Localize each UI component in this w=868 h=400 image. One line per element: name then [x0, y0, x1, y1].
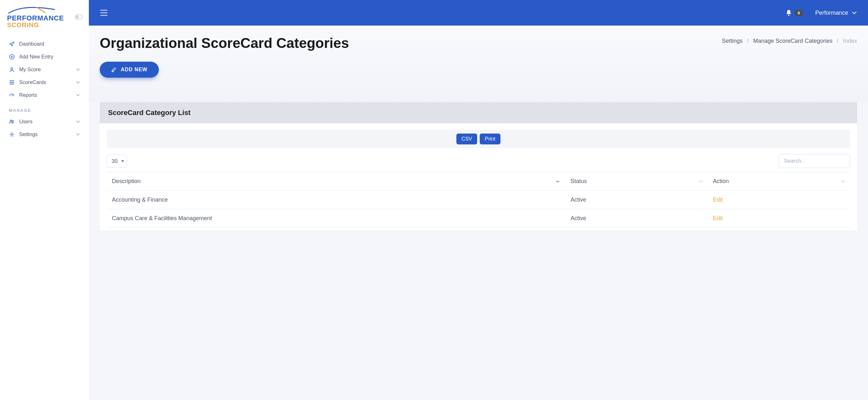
- table-row: Campus Care & Facilities ManagementActiv…: [107, 209, 850, 228]
- sort-icon: [698, 179, 704, 184]
- svg-point-3: [11, 68, 13, 70]
- svg-point-1: [76, 16, 79, 19]
- breadcrumb-separator: /: [747, 38, 749, 44]
- table-row: Accounting & FinanceActiveEdit: [107, 191, 850, 209]
- chevron-down-icon: [76, 94, 80, 96]
- logo: PERFORMANCE SCORING: [7, 6, 65, 28]
- add-new-button[interactable]: ADD NEW: [100, 62, 159, 78]
- cell-action: Edit: [708, 191, 850, 209]
- topbar: 0 Performance: [89, 0, 868, 26]
- breadcrumb: Settings / Manage ScoreCard Categories /…: [722, 38, 857, 44]
- breadcrumb-item[interactable]: Settings: [722, 38, 743, 44]
- sidebar-header: PERFORMANCE SCORING: [0, 0, 89, 32]
- rocket-icon: [111, 67, 117, 72]
- chevron-down-icon: [76, 120, 80, 123]
- gauge-icon: [9, 92, 15, 98]
- gear-icon: [9, 132, 15, 137]
- chevron-down-icon: [76, 68, 80, 71]
- categories-table: Description Status: [107, 172, 850, 228]
- card-title: ScoreCard Category List: [100, 102, 857, 123]
- user-menu[interactable]: Performance: [815, 9, 857, 16]
- chevron-down-icon: [76, 133, 80, 136]
- cell-description: Accounting & Finance: [107, 191, 565, 209]
- sidebar-item-label: ScoreCards: [19, 80, 71, 85]
- notifications-button[interactable]: 0: [785, 9, 803, 16]
- page-header: Organizational ScoreCard Categories Sett…: [89, 26, 868, 102]
- sidebar: PERFORMANCE SCORING DashboardAdd New Ent…: [0, 0, 89, 400]
- add-new-label: ADD NEW: [121, 67, 147, 72]
- category-list-card: ScoreCard Category List CSV Print 30: [100, 102, 857, 230]
- column-status[interactable]: Status: [565, 172, 708, 191]
- sidebar-item-label: Reports: [19, 92, 71, 98]
- nav: DashboardAdd New EntryMy ScoreScoreCards…: [0, 32, 89, 141]
- page-size-select[interactable]: 30: [107, 155, 127, 168]
- edit-link[interactable]: Edit: [713, 215, 723, 221]
- sort-icon: [556, 179, 561, 184]
- export-toolbar: CSV Print: [107, 130, 850, 148]
- print-button[interactable]: Print: [480, 133, 500, 145]
- cell-status: Active: [565, 209, 708, 228]
- menu-toggle-icon[interactable]: [100, 10, 107, 16]
- chevron-down-icon: [852, 11, 857, 14]
- cell-action: Edit: [708, 209, 850, 228]
- page-title: Organizational ScoreCard Categories: [100, 35, 349, 52]
- list-icon: [9, 80, 15, 85]
- sidebar-item-my-score[interactable]: My Score: [0, 63, 89, 76]
- sidebar-item-users[interactable]: Users: [0, 115, 89, 128]
- nav-section-manage: MANAGE: [0, 101, 89, 115]
- navigate-icon: [9, 41, 15, 47]
- plus-circle-icon: [9, 54, 15, 60]
- user-icon: [9, 67, 15, 72]
- bell-icon: [785, 9, 792, 16]
- column-description[interactable]: Description: [107, 172, 565, 191]
- sidebar-item-label: Users: [19, 119, 71, 125]
- logo-line2: SCORING: [7, 22, 65, 28]
- svg-point-6: [11, 134, 13, 135]
- theme-toggle-icon[interactable]: [75, 14, 83, 20]
- column-action[interactable]: Action: [708, 172, 850, 191]
- search-input[interactable]: [778, 154, 850, 168]
- notifications-count: 0: [795, 9, 803, 16]
- sidebar-item-scorecards[interactable]: ScoreCards: [0, 76, 89, 89]
- sidebar-item-label: My Score: [19, 67, 71, 72]
- users-icon: [9, 119, 15, 125]
- user-name: Performance: [815, 9, 848, 16]
- sidebar-item-settings[interactable]: Settings: [0, 128, 89, 141]
- sidebar-item-label: Add New Entry: [19, 54, 80, 60]
- svg-point-5: [12, 120, 13, 122]
- breadcrumb-item[interactable]: Manage ScoreCard Categories: [753, 38, 833, 44]
- sidebar-item-label: Settings: [19, 132, 71, 137]
- chevron-down-icon: [76, 81, 80, 84]
- svg-point-7: [788, 15, 789, 16]
- breadcrumb-current: Index: [843, 38, 857, 44]
- edit-link[interactable]: Edit: [713, 196, 723, 203]
- cell-description: Campus Care & Facilities Management: [107, 209, 565, 228]
- sort-icon: [840, 179, 846, 184]
- sidebar-item-add-new-entry[interactable]: Add New Entry: [0, 51, 89, 63]
- cell-status: Active: [565, 191, 708, 209]
- sidebar-item-label: Dashboard: [19, 41, 80, 47]
- csv-button[interactable]: CSV: [456, 133, 477, 145]
- svg-point-4: [10, 120, 12, 122]
- sidebar-item-dashboard[interactable]: Dashboard: [0, 38, 89, 51]
- logo-line1: PERFORMANCE: [7, 15, 65, 22]
- breadcrumb-separator: /: [837, 38, 839, 44]
- sidebar-item-reports[interactable]: Reports: [0, 89, 89, 101]
